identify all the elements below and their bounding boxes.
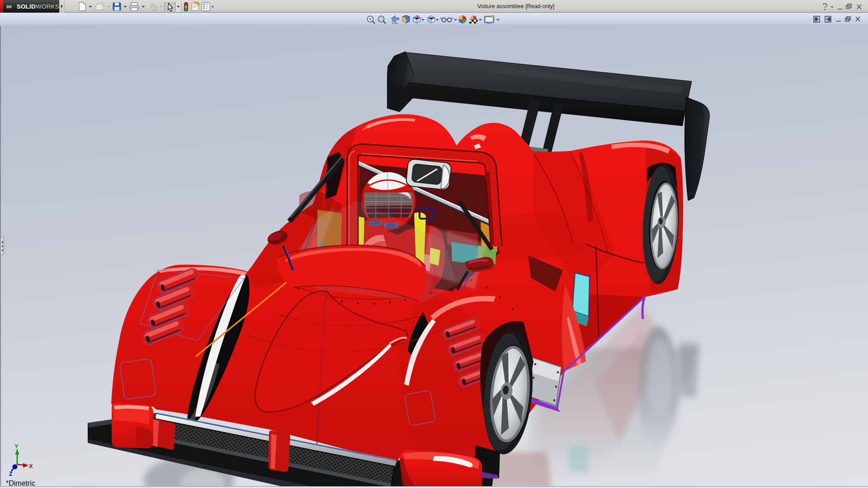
svg-text:X: X	[29, 463, 33, 469]
svg-text:Z: Z	[9, 471, 12, 477]
svg-text:Y: Y	[14, 443, 19, 450]
svg-text:3S: 3S	[6, 4, 12, 9]
